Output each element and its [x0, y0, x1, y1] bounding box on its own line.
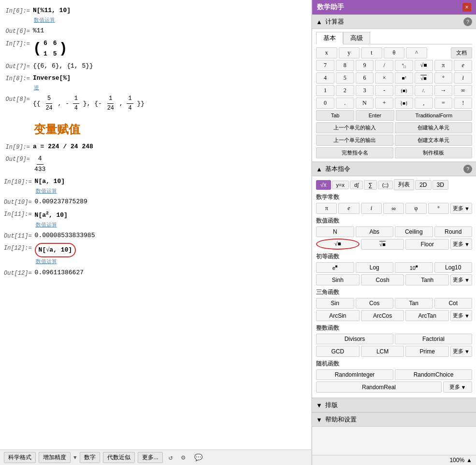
btn-number[interactable]: 数字: [80, 452, 100, 463]
key-x[interactable]: x: [316, 47, 337, 58]
func-Tan[interactable]: Tan: [395, 298, 433, 309]
func-N[interactable]: N: [316, 226, 354, 237]
key-2[interactable]: 2: [336, 85, 354, 96]
func-RandomReal[interactable]: RandomReal: [316, 381, 442, 393]
help-button-calculator[interactable]: ?: [463, 17, 472, 26]
zoom-up-icon[interactable]: ▲: [466, 457, 472, 464]
cmd-tab-d-integral[interactable]: d∫: [350, 181, 363, 189]
section-header-typesetting[interactable]: ▼ 排版: [312, 398, 476, 412]
calc-tab-advanced[interactable]: 高级: [343, 32, 370, 44]
key-multiply[interactable]: ×: [375, 72, 393, 84]
key-i[interactable]: i: [454, 72, 472, 84]
func-sqrt-frac[interactable]: √■: [361, 239, 404, 250]
key-y[interactable]: y: [339, 47, 360, 58]
const-i[interactable]: i: [361, 203, 382, 214]
key-t[interactable]: t: [361, 47, 382, 58]
more-btn-integer[interactable]: 更多 ▼: [450, 346, 472, 357]
cmd-tab-yx[interactable]: y=x: [332, 181, 349, 189]
key-sqrt[interactable]: √■: [415, 60, 433, 71]
func-ArcTan[interactable]: ArcTan: [405, 310, 449, 321]
chat-icon[interactable]: 💬: [191, 452, 205, 463]
key-paren[interactable]: (■): [395, 85, 413, 96]
key-factorial[interactable]: !: [454, 98, 472, 109]
key-plus[interactable]: +: [375, 98, 393, 109]
cmd-tab-semicolons[interactable]: (;;): [378, 181, 393, 189]
section-header-help[interactable]: ▼ 帮助和设置: [312, 412, 476, 427]
more-btn-elementary[interactable]: 更多 ▼: [450, 274, 472, 285]
func-ArcSin[interactable]: ArcSin: [316, 310, 360, 321]
more-btn-random[interactable]: 更多 ▼: [443, 381, 472, 393]
action-complete-name[interactable]: 完整指令名: [316, 147, 393, 158]
key-tab[interactable]: Tab: [316, 110, 354, 121]
cmd-tab-3d[interactable]: 3D: [433, 180, 448, 190]
refresh-icon[interactable]: ↺: [166, 452, 175, 463]
key-pi[interactable]: π: [434, 60, 453, 71]
more-btn-numeric[interactable]: 更多 ▼: [450, 239, 472, 250]
settings-icon[interactable]: ⚙: [178, 452, 188, 463]
func-Factorial[interactable]: Factorial: [395, 334, 472, 344]
more-btn-constants[interactable]: 更多 ▼: [450, 203, 472, 214]
key-comma[interactable]: ,: [415, 98, 433, 109]
key-1[interactable]: 1: [316, 85, 334, 96]
key-7[interactable]: 7: [316, 60, 334, 71]
func-Cosh[interactable]: Cosh: [361, 274, 404, 285]
func-Prime[interactable]: Prime: [405, 346, 449, 357]
func-exp[interactable]: e■: [316, 262, 354, 273]
key-minus[interactable]: -: [375, 85, 393, 96]
key-replace[interactable]: /.: [415, 85, 433, 96]
key-4[interactable]: 4: [316, 72, 334, 84]
func-ArcCos[interactable]: ArcCos: [361, 310, 404, 321]
func-RandomInteger[interactable]: RandomInteger: [316, 369, 393, 380]
panel-scroll-area[interactable]: ▲ 计算器 ? 基本 高级 x y t θ ^ 文档 7: [312, 14, 476, 455]
const-pi[interactable]: π: [316, 203, 337, 214]
key-traditional-form[interactable]: TraditionalForm: [396, 110, 473, 121]
cmd-tab-2d[interactable]: 2D: [415, 180, 431, 190]
key-e[interactable]: e: [454, 60, 472, 71]
section-header-calculator[interactable]: ▲ 计算器 ?: [312, 14, 476, 29]
func-Abs[interactable]: Abs: [356, 226, 394, 237]
func-Sin[interactable]: Sin: [316, 298, 354, 309]
cmd-tab-list[interactable]: 列表: [394, 179, 414, 190]
btn-more[interactable]: 更多...: [138, 452, 163, 463]
func-Ceiling[interactable]: Ceiling: [395, 226, 433, 237]
help-button-basic[interactable]: ?: [463, 165, 472, 173]
func-LCM[interactable]: LCM: [361, 346, 404, 357]
key-N[interactable]: N: [356, 98, 374, 109]
key-0[interactable]: 0: [316, 98, 334, 109]
btn-increase-precision[interactable]: 增加精度: [39, 452, 71, 463]
const-infinity[interactable]: ∞: [383, 203, 404, 214]
func-GCD[interactable]: GCD: [316, 346, 360, 357]
btn-algebraic-approx[interactable]: 代数近似: [103, 452, 135, 463]
key-brace[interactable]: {■}: [395, 98, 413, 109]
action-create-input[interactable]: 创建输入单元: [395, 122, 472, 133]
const-e[interactable]: e: [338, 203, 359, 214]
func-Cos[interactable]: Cos: [356, 298, 394, 309]
key-8[interactable]: 8: [336, 60, 354, 71]
key-dot[interactable]: .: [336, 98, 354, 109]
const-degree[interactable]: °: [428, 203, 449, 214]
func-Round[interactable]: Round: [434, 226, 473, 237]
func-10n[interactable]: 10■: [395, 262, 433, 273]
action-make-template[interactable]: 制作模板: [395, 147, 472, 158]
func-Sinh[interactable]: Sinh: [316, 274, 360, 285]
key-subscript[interactable]: ⁿ□: [395, 60, 413, 71]
key-infinity[interactable]: ∞: [454, 85, 472, 96]
key-enter[interactable]: Enter: [356, 110, 394, 121]
key-theta[interactable]: θ: [384, 47, 405, 58]
more-btn-trig[interactable]: 更多 ▼: [450, 310, 472, 321]
section-header-basic-commands[interactable]: ▲ 基本指令 ?: [312, 162, 476, 176]
cmd-tab-sqrt-x[interactable]: √x: [316, 180, 331, 190]
func-Log[interactable]: Log: [356, 262, 394, 273]
func-sqrt-box[interactable]: √■: [316, 239, 360, 250]
func-Cot[interactable]: Cot: [434, 298, 473, 309]
action-prev-output[interactable]: 上一个单元的输出: [316, 135, 393, 146]
key-5[interactable]: 5: [336, 72, 354, 84]
key-doc[interactable]: 文档: [451, 47, 472, 58]
key-9[interactable]: 9: [356, 60, 374, 71]
func-Tanh[interactable]: Tanh: [405, 274, 449, 285]
key-divide[interactable]: /: [375, 60, 393, 71]
action-prev-input[interactable]: 上一个单元的输入: [316, 122, 393, 133]
key-degree[interactable]: °: [434, 72, 453, 84]
key-equal[interactable]: =: [434, 98, 453, 109]
const-phi[interactable]: φ: [405, 203, 426, 214]
